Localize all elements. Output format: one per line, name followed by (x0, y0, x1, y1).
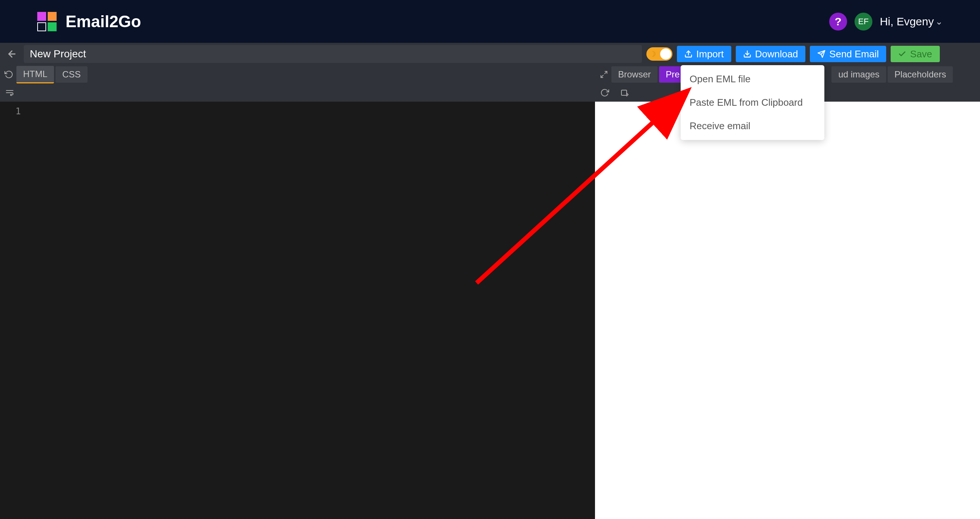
preview-pane: Open EML file Paste EML from Clipboard R… (595, 102, 980, 519)
send-email-button[interactable]: Send Email (810, 46, 886, 62)
dropdown-item-open-eml[interactable]: Open EML file (681, 67, 824, 91)
download-icon (743, 50, 751, 58)
tab-placeholders[interactable]: Placeholders (888, 66, 953, 83)
tab-browser[interactable]: Browser (611, 66, 657, 83)
tab-cloud-images[interactable]: ud images (831, 66, 886, 83)
line-gutter: 1 (0, 102, 26, 519)
logo-mark (37, 12, 57, 31)
import-button[interactable]: Import (677, 46, 731, 62)
dropdown-item-receive-email[interactable]: Receive email (681, 114, 824, 138)
svg-line-5 (605, 72, 607, 74)
top-header: Email2Go ? EF Hi, Evgeny ⌄ (0, 0, 980, 43)
history-icon[interactable] (2, 70, 16, 79)
code-text-area[interactable] (26, 102, 595, 519)
send-icon (817, 50, 826, 58)
brand-name: Email2Go (65, 12, 141, 31)
tab-html[interactable]: HTML (16, 66, 54, 83)
help-icon[interactable]: ? (829, 13, 847, 30)
back-button[interactable] (5, 49, 19, 59)
svg-line-6 (601, 75, 603, 78)
send-email-label: Send Email (829, 48, 879, 60)
refresh-icon[interactable] (597, 88, 613, 97)
moon-icon: ☽ (649, 49, 656, 59)
secondary-toolbar (0, 84, 980, 102)
open-external-icon[interactable] (617, 88, 633, 97)
import-dropdown: Open EML file Paste EML from Clipboard R… (681, 65, 824, 140)
user-greeting-menu[interactable]: Hi, Evgeny ⌄ (880, 15, 943, 28)
theme-toggle[interactable]: ☽ (646, 47, 673, 60)
avatar[interactable]: EF (854, 13, 872, 30)
user-menu-area: ? EF Hi, Evgeny ⌄ (829, 13, 943, 30)
main-content: 1 Open EML file Paste EML from Clipboard… (0, 102, 980, 519)
project-title-input[interactable] (24, 45, 642, 63)
project-toolbar: ☽ Import Download Send Email Save (0, 43, 980, 65)
editor-tabs: HTML CSS (0, 66, 89, 83)
tab-bar: HTML CSS Browser Pre ud images Placehold… (0, 65, 980, 84)
code-editor[interactable]: 1 (0, 102, 595, 519)
download-label: Download (755, 48, 798, 60)
check-icon (898, 50, 906, 58)
tab-css[interactable]: CSS (56, 66, 87, 83)
expand-icon[interactable] (597, 70, 611, 78)
dropdown-item-paste-eml[interactable]: Paste EML from Clipboard (681, 91, 824, 114)
save-button[interactable]: Save (891, 46, 939, 62)
import-label: Import (696, 48, 724, 60)
greeting-text: Hi, Evgeny (880, 15, 934, 28)
download-button[interactable]: Download (736, 46, 806, 62)
upload-icon (684, 50, 692, 58)
wrap-text-icon[interactable] (2, 88, 18, 97)
line-number: 1 (0, 106, 26, 116)
chevron-down-icon: ⌄ (935, 16, 943, 27)
brand-logo[interactable]: Email2Go (37, 12, 141, 31)
save-label: Save (910, 48, 932, 60)
